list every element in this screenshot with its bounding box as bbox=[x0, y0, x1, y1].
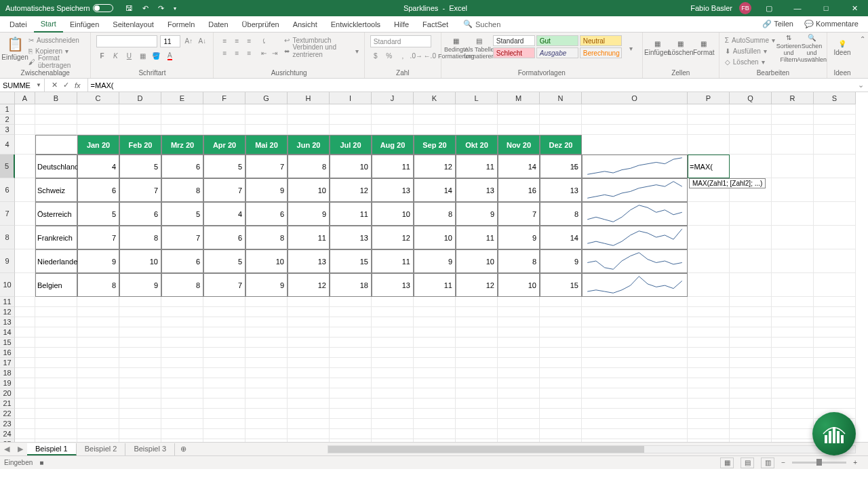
cell-Q10[interactable] bbox=[730, 273, 772, 297]
cell-R18[interactable] bbox=[772, 368, 814, 378]
cell-C6[interactable]: 6 bbox=[77, 178, 119, 202]
cell-B9[interactable]: Niederlande bbox=[35, 249, 77, 273]
tab-daten[interactable]: Daten bbox=[201, 16, 235, 33]
cell-G4[interactable]: Mai 20 bbox=[245, 135, 288, 155]
fill-button[interactable]: ⬇ Ausfüllen ▾ bbox=[725, 46, 775, 56]
cell-S5[interactable] bbox=[814, 155, 856, 178]
cell-F19[interactable] bbox=[203, 378, 245, 388]
tab-hilfe[interactable]: Hilfe bbox=[387, 16, 416, 33]
view-normal-icon[interactable]: ▦ bbox=[720, 458, 734, 468]
cell-A13[interactable] bbox=[15, 317, 35, 327]
cell-J2[interactable] bbox=[372, 115, 414, 125]
cell-C19[interactable] bbox=[77, 378, 119, 388]
cell-M18[interactable] bbox=[498, 368, 540, 378]
save-icon[interactable]: 🖫 bbox=[125, 4, 133, 12]
cell-E17[interactable] bbox=[161, 358, 203, 368]
cell-J25[interactable] bbox=[372, 439, 414, 442]
cell-H4[interactable]: Jun 20 bbox=[288, 135, 330, 155]
cell-B22[interactable] bbox=[35, 409, 77, 419]
search-placeholder[interactable]: Suchen bbox=[475, 20, 500, 28]
worksheet-grid[interactable]: ABCDEFGHIJKLMNOPQRS 12345678910111213141… bbox=[0, 92, 868, 442]
cell-L12[interactable] bbox=[456, 307, 498, 317]
cell-R11[interactable] bbox=[772, 297, 814, 307]
cell-H19[interactable] bbox=[288, 378, 330, 388]
cell-R1[interactable] bbox=[772, 104, 814, 115]
cell-style-neutral[interactable]: Neutral bbox=[580, 35, 622, 46]
cell-L14[interactable] bbox=[456, 327, 498, 338]
zoom-out-icon[interactable]: − bbox=[781, 459, 785, 466]
cell-K3[interactable] bbox=[414, 125, 456, 135]
cell-A16[interactable] bbox=[15, 348, 35, 358]
row-header-11[interactable]: 11 bbox=[0, 297, 15, 307]
row-header-23[interactable]: 23 bbox=[0, 419, 15, 429]
cell-H23[interactable] bbox=[288, 419, 330, 429]
cell-L1[interactable] bbox=[456, 104, 498, 115]
cell-N20[interactable] bbox=[540, 388, 582, 399]
cell-E11[interactable] bbox=[161, 297, 203, 307]
cell-Q11[interactable] bbox=[730, 297, 772, 307]
cell-O1[interactable] bbox=[582, 104, 688, 115]
cell-P14[interactable] bbox=[688, 327, 730, 338]
cell-S4[interactable] bbox=[814, 135, 856, 155]
cell-E10[interactable]: 8 bbox=[161, 273, 203, 297]
cell-H17[interactable] bbox=[288, 358, 330, 368]
cell-N1[interactable] bbox=[540, 104, 582, 115]
col-header-A[interactable]: A bbox=[15, 92, 35, 104]
cell-F24[interactable] bbox=[203, 429, 245, 439]
cell-D12[interactable] bbox=[119, 307, 161, 317]
cell-S1[interactable] bbox=[814, 104, 856, 115]
select-all-cells[interactable] bbox=[0, 92, 15, 104]
cell-D2[interactable] bbox=[119, 115, 161, 125]
cell-E5[interactable]: 6 bbox=[161, 155, 203, 178]
cell-F2[interactable] bbox=[203, 115, 245, 125]
cell-M25[interactable] bbox=[498, 439, 540, 442]
cell-P11[interactable] bbox=[688, 297, 730, 307]
cell-A18[interactable] bbox=[15, 368, 35, 378]
cell-L25[interactable] bbox=[456, 439, 498, 442]
cell-P12[interactable] bbox=[688, 307, 730, 317]
cell-G13[interactable] bbox=[245, 317, 288, 327]
cell-C25[interactable] bbox=[77, 439, 119, 442]
cell-B11[interactable] bbox=[35, 297, 77, 307]
cell-N19[interactable] bbox=[540, 378, 582, 388]
cell-L10[interactable]: 12 bbox=[456, 273, 498, 297]
cell-P7[interactable] bbox=[688, 202, 730, 226]
cell-O17[interactable] bbox=[582, 358, 688, 368]
cell-H21[interactable] bbox=[288, 399, 330, 409]
cell-E16[interactable] bbox=[161, 348, 203, 358]
cell-K6[interactable]: 14 bbox=[414, 178, 456, 202]
format-painter-button[interactable]: 🖌 Format übertragen bbox=[28, 57, 85, 66]
cell-G5[interactable]: 7 bbox=[245, 155, 288, 178]
col-header-L[interactable]: L bbox=[456, 92, 498, 104]
cell-M9[interactable]: 8 bbox=[498, 249, 540, 273]
cell-style-berechnung[interactable]: Berechnung bbox=[580, 47, 622, 58]
cell-S15[interactable] bbox=[814, 338, 856, 348]
cell-L6[interactable]: 13 bbox=[456, 178, 498, 202]
col-header-D[interactable]: D bbox=[119, 92, 161, 104]
sheet-nav-prev-icon[interactable]: ◀ bbox=[0, 445, 14, 453]
cell-S19[interactable] bbox=[814, 378, 856, 388]
cell-N21[interactable] bbox=[540, 399, 582, 409]
cell-J9[interactable]: 11 bbox=[372, 249, 414, 273]
cell-L19[interactable] bbox=[456, 378, 498, 388]
increase-font-icon[interactable]: A↑ bbox=[183, 35, 194, 46]
cell-D7[interactable]: 6 bbox=[119, 202, 161, 226]
cell-C16[interactable] bbox=[77, 348, 119, 358]
cell-K9[interactable]: 9 bbox=[414, 249, 456, 273]
cell-J11[interactable] bbox=[372, 297, 414, 307]
cell-R14[interactable] bbox=[772, 327, 814, 338]
cell-R16[interactable] bbox=[772, 348, 814, 358]
user-avatar[interactable]: FB bbox=[739, 2, 751, 14]
row-header-14[interactable]: 14 bbox=[0, 327, 15, 338]
cell-J24[interactable] bbox=[372, 429, 414, 439]
cell-I11[interactable] bbox=[330, 297, 372, 307]
cell-D22[interactable] bbox=[119, 409, 161, 419]
cell-F20[interactable] bbox=[203, 388, 245, 399]
cell-I8[interactable]: 13 bbox=[330, 226, 372, 249]
cell-N13[interactable] bbox=[540, 317, 582, 327]
cell-N10[interactable]: 15 bbox=[540, 273, 582, 297]
cell-P22[interactable] bbox=[688, 409, 730, 419]
cell-A14[interactable] bbox=[15, 327, 35, 338]
add-sheet-button[interactable]: ⊕ bbox=[175, 445, 192, 453]
cell-R5[interactable] bbox=[772, 155, 814, 178]
